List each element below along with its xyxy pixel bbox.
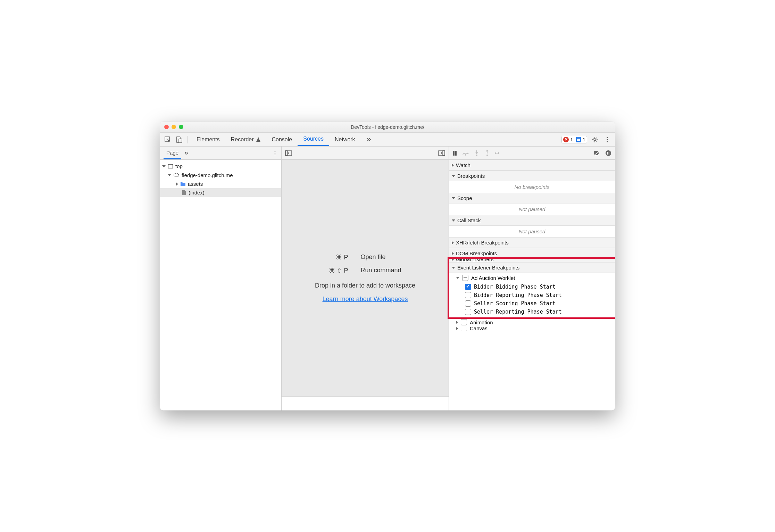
navigator-tabs: Page [160, 147, 281, 160]
tab-elements[interactable]: Elements [191, 133, 225, 146]
step-icon[interactable] [495, 150, 501, 156]
svg-point-6 [607, 141, 608, 142]
separator [187, 136, 188, 143]
learn-workspaces-link[interactable]: Learn more about Workspaces [323, 296, 408, 303]
checkbox[interactable] [465, 292, 471, 298]
pause-exceptions-icon[interactable] [605, 150, 611, 156]
chevron-down-icon [452, 197, 455, 199]
animation-label: Animation [470, 319, 493, 325]
frame-icon [168, 164, 173, 169]
file-tree: top fledge-demo.glitch.me assets (index) [160, 160, 281, 410]
section-callstack[interactable]: Call Stack [449, 215, 615, 226]
debug-controls [449, 147, 615, 160]
sources-content: Page top fledge-demo.glitch.me [160, 147, 615, 410]
seller-reporting-label: Seller Reporting Phase Start [474, 309, 562, 315]
svg-rect-11 [285, 151, 292, 156]
chevron-down-icon [456, 277, 459, 279]
svg-rect-2 [179, 139, 182, 143]
checkbox[interactable] [465, 309, 471, 315]
svg-point-5 [607, 139, 608, 140]
workspace-drop-text: Drop in a folder to add to workspace [315, 282, 415, 289]
chevron-down-icon [452, 219, 455, 222]
tab-recorder[interactable]: Recorder [225, 133, 266, 146]
step-into-icon[interactable] [474, 150, 480, 156]
dom-label: DOM Breakpoints [456, 250, 497, 256]
tab-page[interactable]: Page [164, 147, 181, 159]
xhr-label: XHR/fetch Breakpoints [456, 240, 509, 246]
tree-index[interactable]: (index) [160, 188, 281, 197]
tab-network[interactable]: Network [329, 133, 361, 146]
breakpoint-seller-reporting[interactable]: Seller Reporting Phase Start [449, 308, 615, 316]
svg-point-17 [465, 154, 466, 156]
checkbox-indeterminate[interactable] [462, 275, 468, 281]
category-animation[interactable]: Animation [449, 317, 615, 327]
issue-badges[interactable]: ✕ 1 ☰ 1 [561, 136, 587, 143]
svg-point-7 [275, 151, 276, 152]
svg-rect-15 [453, 151, 455, 156]
kebab-icon [604, 136, 610, 143]
panel-left-icon [285, 150, 292, 156]
event-listener-label: Event Listener Breakpoints [457, 265, 519, 271]
titlebar: DevTools - fledge-demo.glitch.me/ [160, 122, 615, 133]
checkbox-checked[interactable] [465, 284, 471, 290]
navigator-more[interactable] [272, 150, 278, 156]
breakpoint-bidder-reporting[interactable]: Bidder Reporting Phase Start [449, 291, 615, 299]
bidder-reporting-label: Bidder Reporting Phase Start [474, 292, 562, 298]
pause-icon[interactable] [452, 150, 457, 156]
chevron-right-icon [456, 321, 458, 324]
step-over-icon[interactable] [462, 150, 469, 156]
section-global-listeners[interactable]: Global Listeners [449, 259, 615, 262]
navigator-overflow[interactable] [181, 147, 192, 159]
scope-not-paused: Not paused [449, 203, 615, 215]
error-icon: ✕ [563, 137, 569, 142]
section-scope[interactable]: Scope [449, 193, 615, 203]
toggle-navigator-button[interactable] [285, 150, 292, 156]
svg-rect-23 [609, 152, 609, 155]
svg-point-19 [486, 155, 488, 156]
section-xhr[interactable]: XHR/fetch Breakpoints [449, 237, 615, 248]
checkbox[interactable] [461, 327, 467, 331]
settings-button[interactable] [590, 135, 600, 144]
deactivate-breakpoints-icon[interactable] [593, 150, 600, 156]
toggle-debugger-button[interactable] [438, 150, 445, 156]
section-watch[interactable]: Watch [449, 160, 615, 171]
section-breakpoints[interactable]: Breakpoints [449, 171, 615, 181]
svg-point-20 [495, 152, 496, 154]
tree-top-label: top [175, 163, 183, 169]
ad-auction-label: Ad Auction Worklet [471, 275, 515, 281]
category-ad-auction-worklet[interactable]: Ad Auction Worklet [449, 273, 615, 283]
device-toggle-icon[interactable] [174, 135, 184, 144]
checkbox[interactable] [465, 300, 471, 307]
debugger-pane: Watch Breakpoints No breakpoints Scope N… [449, 147, 615, 410]
message-badge[interactable]: ☰ 1 [576, 137, 585, 142]
seller-scoring-label: Seller Scoring Phase Start [474, 300, 556, 307]
checkbox[interactable] [461, 319, 467, 325]
chevron-right-icon [452, 259, 454, 261]
tab-sources[interactable]: Sources [298, 133, 329, 146]
tab-console[interactable]: Console [266, 133, 298, 146]
section-event-listener-breakpoints[interactable]: Event Listener Breakpoints [449, 262, 615, 273]
more-button[interactable] [602, 135, 612, 144]
svg-rect-16 [455, 151, 457, 156]
tree-assets[interactable]: assets [160, 180, 281, 188]
shortcut-run-label: Run command [360, 267, 401, 274]
inspect-icon[interactable] [163, 135, 173, 144]
category-canvas[interactable]: Canvas [449, 327, 615, 331]
breakpoint-seller-scoring[interactable]: Seller Scoring Phase Start [449, 299, 615, 308]
svg-rect-12 [285, 151, 288, 156]
step-out-icon[interactable] [484, 150, 490, 156]
breakpoint-bidder-bidding[interactable]: Bidder Bidding Phase Start [449, 283, 615, 291]
tabs-overflow[interactable] [361, 133, 377, 146]
chevron-down-icon [162, 165, 166, 167]
canvas-label: Canvas [470, 327, 488, 331]
no-breakpoints-text: No breakpoints [449, 181, 615, 193]
tree-domain[interactable]: fledge-demo.glitch.me [160, 171, 281, 180]
svg-point-8 [275, 152, 276, 153]
error-badge[interactable]: ✕ 1 [563, 137, 573, 142]
callstack-not-paused: Not paused [449, 226, 615, 237]
window-title: DevTools - fledge-demo.glitch.me/ [160, 124, 615, 130]
shortcut-open-label: Open file [360, 253, 401, 261]
tree-top[interactable]: top [160, 162, 281, 171]
svg-point-3 [594, 139, 596, 141]
editor-placeholder: ⌘ P Open file ⌘ ⇧ P Run command Drop in … [282, 160, 449, 397]
